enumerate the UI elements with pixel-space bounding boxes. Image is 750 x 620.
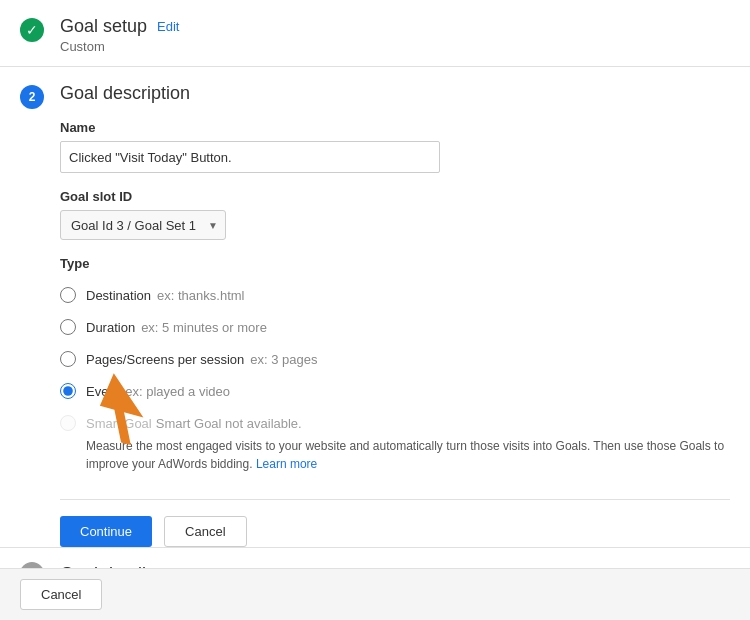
type-radio-group: Destination ex: thanks.html Duration ex:…	[60, 281, 730, 479]
goal-slot-select-wrapper: Goal Id 3 / Goal Set 1 Goal Id 1 / Goal …	[60, 210, 226, 240]
duration-label: Duration	[86, 320, 135, 335]
goal-description-heading: Goal description	[60, 83, 730, 104]
goal-setup-complete-icon: ✓	[20, 18, 44, 42]
type-label: Type	[60, 256, 730, 271]
goal-name-input[interactable]	[60, 141, 440, 173]
checkmark-icon: ✓	[26, 23, 38, 37]
edit-link[interactable]: Edit	[157, 19, 179, 34]
type-option-pages[interactable]: Pages/Screens per session ex: 3 pages	[60, 345, 730, 373]
smart-goal-unavailable: Smart Goal not available.	[156, 416, 302, 431]
smart-goal-label: Smart Goal	[86, 416, 152, 431]
learn-more-link[interactable]: Learn more	[256, 457, 317, 471]
destination-label: Destination	[86, 288, 151, 303]
event-example: ex: played a video	[125, 384, 230, 399]
type-option-duration[interactable]: Duration ex: 5 minutes or more	[60, 313, 730, 341]
goal-setup-title-row: Goal setup Edit	[60, 16, 179, 37]
smart-goal-description-text: Measure the most engaged visits to your …	[86, 439, 724, 471]
name-label: Name	[60, 120, 730, 135]
bottom-cancel-button[interactable]: Cancel	[20, 579, 102, 610]
type-section: Type Destination ex: thanks.html Duratio…	[60, 256, 730, 479]
radio-smart-goal[interactable]	[60, 415, 76, 431]
radio-event[interactable]	[60, 383, 76, 399]
smart-goal-description: Measure the most engaged visits to your …	[86, 437, 726, 473]
goal-slot-label: Goal slot ID	[60, 189, 730, 204]
destination-example: ex: thanks.html	[157, 288, 244, 303]
goal-slot-form-group: Goal slot ID Goal Id 3 / Goal Set 1 Goal…	[60, 189, 730, 240]
radio-pages[interactable]	[60, 351, 76, 367]
goal-description-section: 2 Goal description Name Goal slot ID Goa…	[0, 67, 750, 547]
goal-setup-subtitle: Custom	[60, 39, 179, 54]
name-form-group: Name	[60, 120, 730, 173]
step-2-number: 2	[29, 90, 36, 104]
type-option-event[interactable]: Event ex: played a video	[60, 377, 730, 405]
duration-example: ex: 5 minutes or more	[141, 320, 267, 335]
smart-goal-row: Smart Goal Smart Goal not available.	[60, 415, 730, 431]
goal-setup-section: ✓ Goal setup Edit Custom	[0, 0, 750, 67]
smart-goal-item: Smart Goal Smart Goal not available. Mea…	[60, 409, 730, 479]
button-row: Continue Cancel	[60, 516, 730, 547]
continue-button[interactable]: Continue	[60, 516, 152, 547]
goal-setup-heading: Goal setup	[60, 16, 147, 37]
radio-destination[interactable]	[60, 287, 76, 303]
radio-duration[interactable]	[60, 319, 76, 335]
step-2-badge: 2	[20, 85, 44, 109]
pages-example: ex: 3 pages	[250, 352, 317, 367]
goal-setup-content: Goal setup Edit Custom	[60, 16, 179, 54]
bottom-bar: Cancel	[0, 568, 750, 620]
type-option-destination[interactable]: Destination ex: thanks.html	[60, 281, 730, 309]
pages-label: Pages/Screens per session	[86, 352, 244, 367]
event-label: Event	[86, 384, 119, 399]
goal-slot-select[interactable]: Goal Id 3 / Goal Set 1 Goal Id 1 / Goal …	[60, 210, 226, 240]
section-divider	[60, 499, 730, 500]
type-option-destination-wrapper: Destination ex: thanks.html	[60, 281, 730, 309]
goal-description-content: Goal description Name Goal slot ID Goal …	[60, 83, 730, 547]
cancel-button[interactable]: Cancel	[164, 516, 246, 547]
